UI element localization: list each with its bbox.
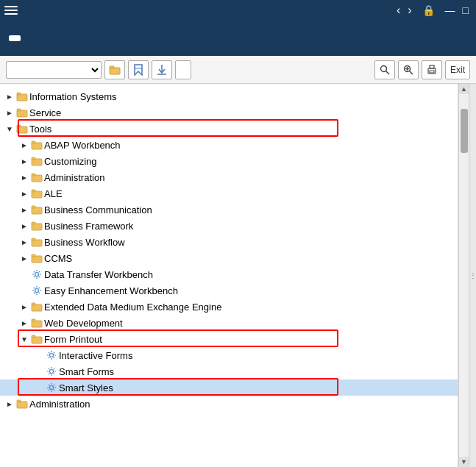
flag-icon-btn[interactable]: [128, 60, 149, 79]
menu-item-system[interactable]: [77, 9, 88, 12]
tree-item-administration[interactable]: ►Administration: [0, 169, 458, 185]
expand-icon[interactable]: ►: [19, 156, 29, 166]
tree-item-web-development[interactable]: ►Web Development: [0, 315, 458, 331]
tree-item-administration2[interactable]: ►Administration: [0, 396, 458, 412]
expand-icon[interactable]: ►: [19, 237, 29, 247]
expand-icon[interactable]: ►: [19, 140, 29, 150]
search-plus-icon-btn[interactable]: [398, 60, 419, 79]
tree-item-interactive-forms[interactable]: Interactive Forms: [0, 347, 458, 363]
expand-icon[interactable]: ►: [19, 204, 29, 215]
svg-rect-30: [32, 206, 35, 208]
tree-item-smart-forms[interactable]: Smart Forms: [0, 363, 458, 379]
svg-rect-60: [32, 335, 35, 338]
tree-item-ccms[interactable]: ►CCMS: [0, 250, 458, 266]
tree-panel[interactable]: ►Information Systems►Service▼Tools►ABAP …: [0, 84, 458, 467]
collapse-handle[interactable]: ⋮: [469, 84, 476, 467]
more-button[interactable]: [175, 60, 191, 79]
tree-item-label: Business Communication: [44, 204, 152, 215]
folder-icon: [16, 91, 28, 101]
tree-item-business-framework[interactable]: ►Business Framework: [0, 218, 458, 234]
scrollbar[interactable]: ▲ ▼: [458, 84, 469, 467]
scrollbar-thumb[interactable]: [461, 109, 468, 153]
expand-icon[interactable]: ►: [4, 107, 15, 118]
nav-back-icon[interactable]: ‹: [394, 4, 403, 17]
gear-icon: [46, 382, 57, 393]
svg-point-37: [35, 273, 39, 277]
svg-line-69: [49, 357, 50, 359]
expand-icon[interactable]: ►: [19, 221, 29, 231]
menu-item-favorites[interactable]: [50, 9, 62, 12]
tree-item-label: ALE: [44, 188, 63, 199]
svg-line-7: [386, 71, 389, 74]
hamburger-menu[interactable]: [4, 4, 18, 17]
folder-icon: [31, 140, 43, 150]
svg-point-6: [380, 65, 386, 71]
download-icon-btn[interactable]: [152, 60, 172, 79]
svg-rect-18: [17, 109, 21, 111]
gear-icon: [31, 269, 43, 279]
collapse-icon[interactable]: ▼: [19, 334, 29, 344]
tree-item-label: Data Transfer Workbench: [44, 269, 153, 280]
exit-label: Exit: [450, 65, 465, 75]
tree-item-ale[interactable]: ►ALE: [0, 185, 458, 202]
tree-item-service[interactable]: ►Service: [0, 104, 458, 121]
folder-icon: [31, 204, 43, 215]
expand-icon[interactable]: ►: [19, 172, 29, 182]
svg-rect-24: [32, 157, 35, 160]
folder-icon-btn[interactable]: [104, 60, 125, 79]
maximize-icon[interactable]: □: [460, 4, 472, 16]
tree-item-label: Customizing: [44, 156, 97, 167]
tree-item-extended-data[interactable]: ►Extended Data Medium Exchange Engine: [0, 299, 458, 315]
tree-item-label: Service: [29, 107, 61, 118]
menu-item-edit[interactable]: [37, 9, 49, 12]
print-icon-btn[interactable]: [422, 60, 442, 79]
tree-item-business-workflow[interactable]: ►Business Workflow: [0, 234, 458, 250]
navigation-input[interactable]: [6, 61, 102, 79]
toolbar: Exit: [0, 56, 476, 84]
svg-rect-13: [430, 65, 434, 68]
minimize-icon[interactable]: —: [442, 4, 458, 16]
svg-line-87: [49, 390, 50, 391]
folder-icon: [16, 124, 28, 134]
tree-item-customizing[interactable]: ►Customizing: [0, 153, 458, 169]
lock-icon[interactable]: 🔒: [416, 4, 441, 16]
tree-item-label: Smart Forms: [59, 366, 114, 377]
tree-item-easy-enhancement[interactable]: Easy Enhancement Workbench: [0, 282, 458, 299]
tree-item-business-communication[interactable]: ►Business Communication: [0, 202, 458, 218]
svg-line-75: [49, 368, 50, 370]
tree-item-tools[interactable]: ▼Tools: [0, 121, 458, 137]
svg-rect-16: [17, 93, 21, 95]
search-icon-btn[interactable]: [374, 60, 395, 79]
svg-line-53: [39, 288, 40, 289]
svg-line-45: [34, 277, 35, 278]
expand-icon[interactable]: ►: [19, 318, 29, 328]
expand-icon[interactable]: ►: [4, 91, 15, 101]
expand-icon[interactable]: ►: [19, 302, 29, 312]
bookmark-icon: [133, 64, 143, 76]
svg-line-43: [39, 277, 40, 278]
menu-item-help[interactable]: [90, 9, 102, 12]
svg-line-44: [39, 271, 40, 273]
tree-item-form-printout[interactable]: ▼Form Printout: [0, 331, 458, 347]
tree-item-smart-styles[interactable]: Smart Styles: [0, 379, 458, 396]
tree-item-abap-workbench[interactable]: ►ABAP Workbench: [0, 137, 458, 153]
expand-icon[interactable]: ►: [19, 188, 29, 199]
exit-icon-btn[interactable]: Exit: [445, 60, 470, 79]
nav-forward-icon[interactable]: ›: [405, 4, 414, 17]
expand-icon[interactable]: ►: [19, 253, 29, 263]
svg-rect-34: [32, 238, 35, 240]
scroll-down-arrow[interactable]: ▼: [459, 457, 469, 467]
menu-item-extras[interactable]: [63, 9, 75, 12]
folder-icon: [31, 156, 43, 166]
expand-icon[interactable]: ►: [4, 399, 15, 409]
svg-point-61: [50, 354, 54, 357]
scroll-up-arrow[interactable]: ▲: [459, 84, 469, 94]
menu-item-menu[interactable]: [24, 9, 35, 12]
tree-item-data-transfer[interactable]: Data Transfer Workbench: [0, 266, 458, 282]
tree-item-info-systems[interactable]: ►Information Systems: [0, 88, 458, 104]
tree-item-label: Web Development: [44, 318, 123, 329]
collapse-icon[interactable]: ▼: [4, 124, 15, 134]
folder-icon: [31, 253, 43, 263]
search-icon: [380, 65, 390, 75]
search-plus-icon: [403, 65, 413, 75]
